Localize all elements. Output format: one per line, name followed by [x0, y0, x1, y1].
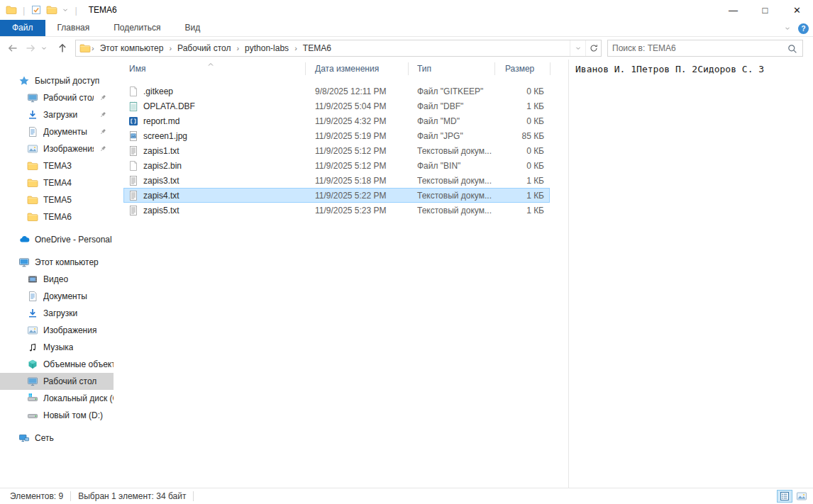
downloads-icon — [27, 109, 38, 121]
file-row[interactable]: report.md11/9/2025 4:32 PMФайл "MD"0 КБ — [123, 113, 550, 128]
new-folder-icon[interactable] — [46, 4, 57, 16]
address-dropdown-button[interactable] — [570, 40, 585, 56]
sidebar-item[interactable]: Изображения — [0, 140, 114, 157]
file-size-cell: 1 КБ — [500, 176, 550, 186]
sidebar-section-2: Этот компьютерВидеоДокументыЗагрузкиИзоб… — [0, 254, 114, 424]
file-row[interactable]: OPLATA.DBF11/9/2025 5:04 PMФайл "DBF"1 К… — [123, 99, 550, 113]
file-type-cell: Текстовый докум... — [412, 146, 500, 156]
column-header-size[interactable]: Размер — [500, 64, 550, 74]
details-view-icon — [779, 491, 790, 502]
sidebar-section-1: OneDrive - Personal — [0, 231, 114, 248]
file-row[interactable]: zapis2.bin11/9/2025 5:12 PMФайл "BIN"0 К… — [123, 158, 550, 173]
address-bar[interactable]: ›Этот компьютер›Рабочий стол›python-labs… — [75, 40, 602, 57]
main-area: Быстрый доступРабочий столЗагрузкиДокуме… — [0, 60, 813, 488]
text-file-icon — [128, 190, 139, 201]
sidebar-item-label: Рабочий стол — [43, 376, 96, 386]
column-divider[interactable] — [550, 62, 551, 75]
back-button[interactable] — [4, 40, 21, 57]
breadcrumb-item-3[interactable]: TEMA6 — [299, 43, 335, 53]
file-type-cell: Файл "JPG" — [412, 131, 500, 141]
pictures-icon — [27, 143, 38, 155]
file-row[interactable]: zapis3.txt11/9/2025 5:18 PMТекстовый док… — [123, 173, 550, 188]
file-row[interactable]: zapis4.txt11/9/2025 5:22 PMТекстовый док… — [123, 188, 550, 203]
sidebar-item[interactable]: Музыка — [0, 339, 114, 356]
column-header-date[interactable]: Дата изменения — [310, 64, 412, 74]
help-button[interactable]: ? — [798, 23, 809, 34]
sidebar-item[interactable]: Объемные объекты — [0, 356, 114, 373]
sidebar-item[interactable]: Документы — [0, 288, 114, 305]
search-input[interactable] — [612, 40, 781, 56]
recent-locations-button[interactable] — [38, 40, 50, 57]
sidebar-item-label: TEMA5 — [43, 195, 72, 205]
sidebar-item-label: TEMA3 — [43, 161, 72, 171]
close-button[interactable]: ✕ — [781, 0, 813, 20]
file-name-cell: zapis3.txt — [123, 175, 310, 186]
file-row[interactable]: screen1.jpg11/9/2025 5:19 PMФайл "JPG"85… — [123, 128, 550, 143]
file-name-label: OPLATA.DBF — [143, 101, 195, 111]
forward-arrow-icon — [25, 43, 36, 54]
sidebar-item[interactable]: Локальный диск (C:) — [0, 390, 114, 407]
sidebar-item[interactable]: Изображения — [0, 322, 114, 339]
breadcrumb-separator-icon[interactable]: › — [236, 44, 240, 52]
column-header-name[interactable]: Имя — [123, 64, 310, 74]
sidebar-item[interactable]: Рабочий стол — [0, 89, 114, 106]
sidebar-item-label: Локальный диск (C:) — [43, 393, 114, 403]
breadcrumb-separator-icon[interactable]: › — [168, 44, 172, 52]
sidebar-item-label: Рабочий стол — [43, 93, 94, 103]
ribbon-tab-0[interactable]: Файл — [0, 20, 45, 36]
sidebar-item[interactable]: Загрузки — [0, 106, 114, 123]
breadcrumb-item-1[interactable]: Рабочий стол — [174, 43, 234, 53]
sidebar-item[interactable]: TEMA5 — [0, 191, 114, 208]
sidebar-item-header-0[interactable]: Быстрый доступ — [0, 72, 114, 89]
ribbon-tab-3[interactable]: Вид — [172, 20, 212, 36]
breadcrumb-separator-icon[interactable]: › — [294, 44, 298, 52]
video-icon — [27, 274, 38, 285]
properties-icon[interactable] — [31, 4, 42, 16]
forward-button[interactable] — [22, 40, 39, 57]
folder-icon — [27, 211, 38, 223]
sidebar-item-header-2[interactable]: Этот компьютер — [0, 254, 114, 271]
sidebar-item-label: Изображения — [43, 325, 96, 335]
sidebar-section-3: Сеть — [0, 430, 114, 447]
minimize-button[interactable]: — — [717, 0, 749, 20]
back-arrow-icon — [7, 43, 18, 54]
sidebar-item[interactable]: TEMA6 — [0, 208, 114, 225]
thumbnails-view-icon — [796, 491, 807, 502]
column-divider[interactable] — [494, 62, 495, 75]
details-view-button[interactable] — [777, 490, 792, 503]
collapse-ribbon-chevron-icon[interactable] — [784, 25, 791, 32]
sidebar-item[interactable]: TEMA3 — [0, 157, 114, 174]
refresh-button[interactable] — [585, 40, 601, 56]
sidebar-item[interactable]: Документы — [0, 123, 114, 140]
sidebar-item-label: Новый том (D:) — [43, 410, 103, 420]
sidebar-item[interactable]: TEMA4 — [0, 174, 114, 191]
sidebar-item[interactable]: Новый том (D:) — [0, 407, 114, 424]
breadcrumb-separator-icon[interactable]: › — [91, 44, 95, 52]
file-name-cell: report.md — [123, 116, 310, 127]
file-row[interactable]: zapis5.txt11/9/2025 5:23 PMТекстовый док… — [123, 203, 550, 218]
up-button[interactable] — [54, 40, 71, 57]
ribbon-tab-1[interactable]: Главная — [45, 20, 102, 36]
sidebar-item[interactable]: Видео — [0, 271, 114, 288]
column-divider[interactable] — [305, 62, 306, 75]
address-folder-icon — [79, 43, 91, 54]
ribbon-tab-2[interactable]: Поделиться — [101, 20, 172, 36]
status-bar: Элементов: 9 Выбран 1 элемент: 34 байт — [0, 488, 813, 504]
sidebar-item-header-1[interactable]: OneDrive - Personal — [0, 231, 114, 248]
column-divider[interactable] — [408, 62, 409, 75]
thumbnails-view-button[interactable] — [794, 490, 809, 503]
breadcrumb-item-0[interactable]: Этот компьютер — [96, 43, 167, 53]
sidebar-item-label: Видео — [43, 274, 68, 284]
file-row[interactable]: zapis1.txt11/9/2025 5:12 PMТекстовый док… — [123, 143, 550, 158]
maximize-button[interactable]: □ — [749, 0, 781, 20]
sidebar-item-header-3[interactable]: Сеть — [0, 430, 114, 447]
file-type-cell: Файл "MD" — [412, 116, 500, 126]
file-name-cell: zapis5.txt — [123, 205, 310, 216]
sidebar-item[interactable]: Загрузки — [0, 305, 114, 322]
file-row[interactable]: .gitkeep9/8/2025 12:11 PMФайл "GITKEEP"0… — [123, 84, 550, 99]
file-size-cell: 0 КБ — [500, 86, 550, 96]
customize-qat-chevron-icon[interactable] — [62, 6, 69, 13]
sidebar-item[interactable]: Рабочий стол — [0, 373, 114, 390]
column-header-type[interactable]: Тип — [412, 64, 500, 74]
breadcrumb-item-2[interactable]: python-labs — [241, 43, 292, 53]
